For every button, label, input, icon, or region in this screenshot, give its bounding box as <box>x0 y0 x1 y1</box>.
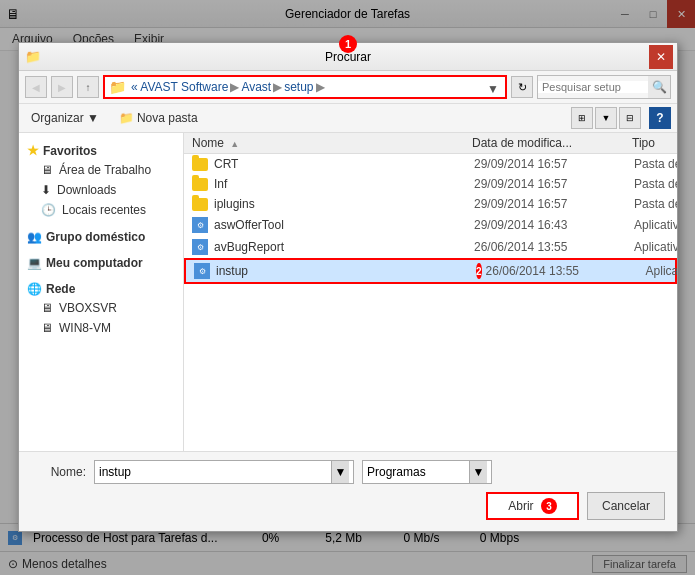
win8vm-icon: 🖥 <box>41 321 53 335</box>
folder-icon-inf <box>192 178 208 191</box>
footer-buttons: Abrir 3 Cancelar <box>19 492 677 528</box>
num-badge-1: 1 <box>339 35 357 53</box>
file-name-avbugreport: avBugReport <box>214 240 474 254</box>
breadcrumb-dropdown[interactable]: ▼ <box>483 79 503 99</box>
computer-icon: 💻 <box>27 256 42 270</box>
breadcrumb-avast-software[interactable]: « AVAST Software <box>131 80 228 94</box>
refresh-button[interactable]: ↻ <box>511 76 533 98</box>
folder-nav-icon: 📁 <box>109 79 126 95</box>
favoritos-label: Favoritos <box>43 144 97 158</box>
file-name-inf: Inf <box>214 177 474 191</box>
network-icon: 🌐 <box>27 282 42 296</box>
organizar-button[interactable]: Organizar ▼ <box>25 109 105 127</box>
file-date-instup: 26/06/2014 13:55 <box>486 264 646 278</box>
tipo-dropdown-arrow[interactable]: ▼ <box>469 461 487 483</box>
file-row-iplugins[interactable]: iplugins 29/09/2014 16:57 Pasta de arqui… <box>184 194 677 214</box>
sidebar: ★ Favoritos 🖥 Área de Trabalho ⬇ Downloa… <box>19 133 184 491</box>
file-date-avbugreport: 26/06/2014 13:55 <box>474 240 634 254</box>
file-date-iplugins: 29/09/2014 16:57 <box>474 197 634 211</box>
back-button[interactable]: ◀ <box>25 76 47 98</box>
header-nome: Nome ▲ <box>192 136 472 150</box>
sidebar-item-recent[interactable]: 🕒 Locais recentes <box>19 200 183 220</box>
tipo-value: Programas <box>367 465 426 479</box>
nome-value: instup <box>99 465 329 479</box>
search-input[interactable] <box>538 81 648 93</box>
file-row-inf[interactable]: Inf 29/09/2014 16:57 Pasta de arquivos <box>184 174 677 194</box>
file-type-instup: Aplicativo <box>646 264 677 278</box>
breadcrumb-avast[interactable]: Avast <box>241 80 271 94</box>
breadcrumb-bar[interactable]: 📁 « AVAST Software ▶ Avast ▶ setup ▶ ▼ <box>103 75 507 99</box>
rede-section: 🌐 Rede 🖥 VBOXSVR 🖥 WIN8-VM <box>19 280 183 338</box>
breadcrumb-setup[interactable]: setup <box>284 80 313 94</box>
exe-icon-avbugreport: ⚙ <box>192 239 208 255</box>
nova-pasta-button[interactable]: 📁 Nova pasta <box>113 109 204 127</box>
sort-arrow: ▲ <box>230 139 239 149</box>
vboxsvr-icon: 🖥 <box>41 301 53 315</box>
content-area: ★ Favoritos 🖥 Área de Trabalho ⬇ Downloa… <box>19 133 677 491</box>
tipo-select[interactable]: Programas ▼ <box>362 460 492 484</box>
search-icon[interactable]: 🔍 <box>648 76 670 98</box>
computador-header[interactable]: 💻 Meu computador <box>19 254 183 272</box>
file-type-inf: Pasta de arquivos <box>634 177 677 191</box>
dialog-icon: 📁 <box>25 49 41 64</box>
file-row-avbugreport[interactable]: ⚙ avBugReport 26/06/2014 13:55 Aplicativ… <box>184 236 677 258</box>
folder-icon-iplugins <box>192 198 208 211</box>
favoritos-header[interactable]: ★ Favoritos <box>19 141 183 160</box>
file-date-crt: 29/09/2014 16:57 <box>474 157 634 171</box>
computador-section: 💻 Meu computador <box>19 254 183 272</box>
sidebar-vboxsvr-label: VBOXSVR <box>59 301 117 315</box>
file-type-aswoffertool: Aplicativo <box>634 218 677 232</box>
nome-dropdown-arrow[interactable]: ▼ <box>331 461 349 483</box>
downloads-icon: ⬇ <box>41 183 51 197</box>
sidebar-downloads-label: Downloads <box>57 183 116 197</box>
view-controls: ⊞ ▼ ⊟ <box>571 107 641 129</box>
dialog-close-button[interactable]: ✕ <box>649 45 673 69</box>
sidebar-recent-label: Locais recentes <box>62 203 146 217</box>
breadcrumb-sep-3: ▶ <box>316 80 325 94</box>
breadcrumb-sep-1: ▶ <box>230 80 239 94</box>
rede-header[interactable]: 🌐 Rede <box>19 280 183 298</box>
exe-icon-aswoffertool: ⚙ <box>192 217 208 233</box>
navigation-bar: ◀ ▶ ↑ 📁 « AVAST Software ▶ Avast ▶ setup… <box>19 71 677 104</box>
grupo-header[interactable]: 👥 Grupo doméstico <box>19 228 183 246</box>
file-row-crt[interactable]: CRT 29/09/2014 16:57 Pasta de arquivos <box>184 154 677 174</box>
folder-icon-crt <box>192 158 208 171</box>
grupo-section: 👥 Grupo doméstico <box>19 228 183 246</box>
grid-view-button[interactable]: ⊞ <box>571 107 593 129</box>
help-button[interactable]: ? <box>649 107 671 129</box>
procurar-dialog: 1 📁 Procurar ✕ ◀ ▶ ↑ 📁 « AVAST Software … <box>18 42 678 532</box>
nome-label: Nome: <box>31 465 86 479</box>
computador-label: Meu computador <box>46 256 143 270</box>
rede-label: Rede <box>46 282 75 296</box>
num-badge-2: 2 <box>476 263 482 279</box>
sidebar-item-vboxsvr[interactable]: 🖥 VBOXSVR <box>19 298 183 318</box>
footer-fields: Nome: instup ▼ Programas ▼ <box>19 452 677 492</box>
file-row-instup[interactable]: ⚙ instup 2 26/06/2014 13:55 Aplicativo <box>184 258 677 284</box>
file-list-header: Nome ▲ Data de modifica... Tipo Tam <box>184 133 677 154</box>
grupo-label: Grupo doméstico <box>46 230 145 244</box>
cancelar-button[interactable]: Cancelar <box>587 492 665 520</box>
details-view-button[interactable]: ⊟ <box>619 107 641 129</box>
dialog-titlebar: 1 📁 Procurar ✕ <box>19 43 677 71</box>
file-name-iplugins: iplugins <box>214 197 474 211</box>
sidebar-item-desktop[interactable]: 🖥 Área de Trabalho <box>19 160 183 180</box>
desktop-icon: 🖥 <box>41 163 53 177</box>
dialog-toolbar: Organizar ▼ 📁 Nova pasta ⊞ ▼ ⊟ ? <box>19 104 677 133</box>
abrir-button[interactable]: Abrir 3 <box>486 492 579 520</box>
organizar-label: Organizar ▼ <box>31 111 99 125</box>
file-type-crt: Pasta de arquivos <box>634 157 677 171</box>
sidebar-item-downloads[interactable]: ⬇ Downloads <box>19 180 183 200</box>
header-data: Data de modifica... <box>472 136 632 150</box>
file-type-iplugins: Pasta de arquivos <box>634 197 677 211</box>
forward-button[interactable]: ▶ <box>51 76 73 98</box>
file-list: Nome ▲ Data de modifica... Tipo Tam CRT … <box>184 133 677 491</box>
up-button[interactable]: ↑ <box>77 76 99 98</box>
sidebar-item-win8vm[interactable]: 🖥 WIN8-VM <box>19 318 183 338</box>
file-row-aswoffertool[interactable]: ⚙ aswOfferTool 29/09/2014 16:43 Aplicati… <box>184 214 677 236</box>
dropdown-view-button[interactable]: ▼ <box>595 107 617 129</box>
breadcrumb-sep-2: ▶ <box>273 80 282 94</box>
file-name-instup: instup <box>216 264 476 278</box>
sidebar-win8vm-label: WIN8-VM <box>59 321 111 335</box>
nome-input[interactable]: instup ▼ <box>94 460 354 484</box>
search-box: 🔍 <box>537 75 671 99</box>
